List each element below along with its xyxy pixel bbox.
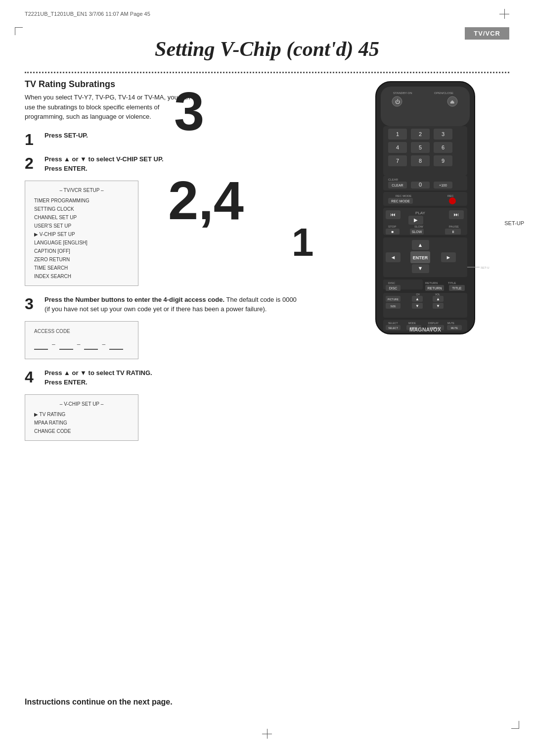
access-dash-1: – bbox=[52, 341, 55, 348]
svg-text:5: 5 bbox=[419, 144, 422, 150]
svg-text:PLAY: PLAY bbox=[415, 211, 426, 215]
remote-svg: STANDBY·ON ⏻ OPEN/CLOSE ⏏ 1 2 3 4 bbox=[361, 79, 490, 336]
svg-text:TITLE: TITLE bbox=[448, 282, 456, 284]
step-1: 1 Press SET-UP. bbox=[25, 131, 302, 147]
svg-text:OPEN/CLOSE: OPEN/CLOSE bbox=[434, 92, 453, 94]
step-1-content: Press SET-UP. bbox=[44, 131, 302, 141]
svg-text:SELECT: SELECT bbox=[388, 322, 398, 325]
access-digit-3 bbox=[84, 339, 98, 350]
svg-text:STANDBY·ON: STANDBY·ON bbox=[393, 92, 412, 94]
svg-text:MUTE: MUTE bbox=[447, 322, 455, 325]
svg-text:REC MODE: REC MODE bbox=[391, 199, 410, 203]
menu-item-users: USER'S SET UP bbox=[32, 222, 131, 230]
remote-control: STANDBY·ON ⏻ OPEN/CLOSE ⏏ 1 2 3 4 bbox=[361, 79, 509, 351]
svg-text:1: 1 bbox=[396, 131, 399, 137]
svg-text:▼: ▼ bbox=[418, 265, 423, 271]
access-digit-2 bbox=[59, 339, 73, 350]
menu-2-item-mpaa: MPAA RATING bbox=[32, 419, 131, 427]
svg-text:2: 2 bbox=[419, 131, 422, 137]
menu-box-1: – TV/VCR SETUP – TIMER PROGRAMMING SETTI… bbox=[25, 181, 138, 286]
final-statement: Instructions continue on the next page. bbox=[25, 698, 173, 707]
step-3-content: Press the Number buttons to enter the 4-… bbox=[44, 295, 302, 314]
svg-text:▲: ▲ bbox=[418, 242, 423, 248]
svg-text:SLOW: SLOW bbox=[414, 225, 423, 228]
svg-text:RETURN: RETURN bbox=[425, 282, 438, 284]
svg-text:⏻: ⏻ bbox=[395, 99, 400, 104]
svg-text:SELECT: SELECT bbox=[388, 327, 398, 330]
step-4-bold: Press ▲ or ▼ to select TV RATING. bbox=[44, 369, 152, 377]
access-dash-2: – bbox=[77, 341, 81, 348]
svg-text:▼: ▼ bbox=[436, 304, 440, 308]
page-title: Setting V-Chip (cont'd) 45 bbox=[25, 37, 509, 61]
step-3-bold: Press the Number buttons to enter the 4-… bbox=[44, 296, 224, 303]
menu-2-item-tvrating: TV RATING bbox=[32, 410, 131, 419]
step-4-number: 4 bbox=[25, 369, 44, 385]
svg-text:MAGNAVOX: MAGNAVOX bbox=[409, 327, 442, 332]
menu-2-title: – V-CHIP SET UP – bbox=[32, 400, 131, 408]
page-header: T2221UB_T1201UB_EN1 3/7/06 11:07 AM Page… bbox=[25, 9, 509, 19]
svg-text:SET-UP: SET-UP bbox=[481, 266, 490, 269]
menu-item-timer: TIMER PROGRAMMING bbox=[32, 196, 131, 205]
svg-text:DISPLAY: DISPLAY bbox=[428, 322, 439, 325]
menu-item-vchip: V-CHIP SET UP bbox=[32, 230, 131, 238]
svg-text:0: 0 bbox=[419, 182, 422, 188]
svg-text:REC: REC bbox=[447, 194, 454, 197]
svg-text:RETURN: RETURN bbox=[427, 286, 442, 290]
menu-item-caption: CAPTION [OFF] bbox=[32, 247, 131, 255]
corner-mark-tl bbox=[15, 27, 23, 35]
bottom-crosshair bbox=[262, 729, 272, 739]
svg-text:TITLE: TITLE bbox=[452, 286, 461, 290]
step-1-number: 1 bbox=[25, 132, 44, 147]
access-input-row: – – – bbox=[34, 339, 129, 350]
svg-text:PAUSE: PAUSE bbox=[449, 225, 459, 228]
svg-text:⏏: ⏏ bbox=[450, 99, 454, 104]
access-dash-3: – bbox=[102, 341, 105, 348]
svg-text:■: ■ bbox=[392, 230, 394, 234]
svg-text:▲: ▲ bbox=[436, 297, 440, 301]
step-2-bold: Press ▲ or ▼ to select V-CHIP SET UP. bbox=[44, 155, 164, 163]
svg-point-40 bbox=[449, 197, 456, 204]
menu-item-index: INDEX SEARCH bbox=[32, 272, 131, 281]
section-body: When you select TV-Y7, TV-PG, TV-14 or T… bbox=[25, 93, 252, 122]
svg-text:SIZE: SIZE bbox=[390, 305, 396, 308]
corner-mark-br bbox=[511, 721, 519, 729]
access-code-box: ACCESS CODE – – – bbox=[25, 321, 138, 359]
svg-text:STOP: STOP bbox=[388, 225, 396, 228]
header-text: T2221UB_T1201UB_EN1 3/7/06 11:07 AM Page… bbox=[25, 11, 150, 17]
menu-item-time: TIME SEARCH bbox=[32, 264, 131, 272]
access-code-label: ACCESS CODE bbox=[34, 329, 129, 334]
svg-text:CLEAR: CLEAR bbox=[392, 184, 403, 187]
step-3: 3 Press the Number buttons to enter the … bbox=[25, 295, 302, 314]
access-digit-1 bbox=[34, 339, 48, 350]
step-1-bold: Press SET-UP. bbox=[44, 132, 88, 139]
left-column: TV Rating Subratings When you select TV-… bbox=[25, 79, 302, 450]
svg-text:▼: ▼ bbox=[415, 304, 419, 308]
step-2-number: 2 bbox=[25, 155, 44, 171]
svg-text:VOL: VOL bbox=[435, 293, 440, 296]
svg-text:◄: ◄ bbox=[391, 254, 396, 260]
svg-text:6: 6 bbox=[442, 144, 445, 150]
big-number-1: 1 bbox=[292, 223, 314, 262]
step-4-content: Press ▲ or ▼ to select TV RATING. Press … bbox=[44, 368, 302, 387]
svg-text:MODE: MODE bbox=[408, 322, 416, 325]
svg-text:REC MODE: REC MODE bbox=[396, 194, 411, 197]
svg-text:3: 3 bbox=[442, 131, 445, 137]
svg-text:►: ► bbox=[446, 254, 451, 260]
svg-text:8: 8 bbox=[419, 158, 422, 164]
svg-text:PICTURE: PICTURE bbox=[388, 298, 399, 301]
svg-text:DISC: DISC bbox=[389, 286, 398, 290]
big-number-3: 3 bbox=[174, 84, 204, 139]
svg-text:+100: +100 bbox=[439, 184, 447, 187]
big-number-24: 2,4 bbox=[168, 173, 244, 228]
step-2: 2 Press ▲ or ▼ to select V-CHIP SET UP. … bbox=[25, 154, 302, 174]
svg-text:7: 7 bbox=[396, 158, 399, 164]
menu-box-2: – V-CHIP SET UP – TV RATING MPAA RATING … bbox=[25, 394, 138, 441]
svg-text:ENTER: ENTER bbox=[413, 255, 428, 260]
menu-2-item-change: CHANGE CODE bbox=[32, 427, 131, 435]
header-crosshair bbox=[499, 9, 509, 19]
svg-text:DISC: DISC bbox=[388, 282, 396, 284]
setup-label: SET-UP bbox=[504, 220, 524, 226]
step-4: 4 Press ▲ or ▼ to select TV RATING. Pres… bbox=[25, 368, 302, 387]
menu-item-language: LANGUAGE [ENGLISH] bbox=[32, 238, 131, 247]
svg-text:⏮: ⏮ bbox=[391, 212, 396, 217]
